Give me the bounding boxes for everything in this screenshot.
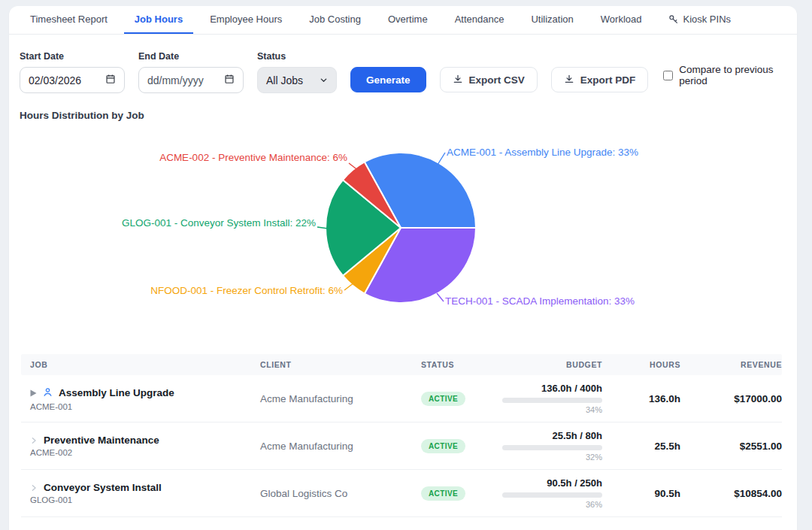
budget-cell: 25.5h / 80h 32%: [502, 430, 602, 462]
start-date-field: Start Date 02/03/2026: [20, 51, 125, 93]
client-name: Acme Manufacturing: [251, 393, 412, 404]
tab-kiosk-pins[interactable]: Kiosk PINs: [658, 6, 741, 34]
tab-label: Utilization: [531, 14, 573, 25]
filters-row: Start Date 02/03/2026 End Date dd/mm/yyy…: [9, 35, 797, 93]
status-cell: ACTIVE: [412, 486, 502, 501]
tab-job-hours[interactable]: Job Hours: [124, 6, 193, 34]
tab-label: Timesheet Report: [30, 14, 108, 25]
client-name: Acme Manufacturing: [251, 441, 412, 452]
end-date-field: End Date dd/mm/yyyy: [138, 51, 244, 93]
export-csv-label: Export CSV: [469, 74, 525, 86]
tab-label: Attendance: [455, 14, 504, 25]
chart-title: Hours Distribution by Job: [9, 93, 797, 121]
callout-label-nfood-001: NFOOD-001 - Freezer Control Retrofit: 6%: [150, 285, 343, 296]
job-code: ACME-002: [30, 448, 251, 457]
header-hours: HOURS: [602, 360, 680, 369]
tab-timesheet-report[interactable]: Timesheet Report: [20, 6, 118, 34]
budget-cell: 136.0h / 400h 34%: [502, 383, 602, 414]
budget-cell: 90.5h / 250h 36%: [502, 477, 602, 509]
start-date-value: 02/03/2026: [29, 74, 81, 86]
generate-label: Generate: [366, 74, 411, 86]
client-name: Global Logistics Co: [251, 488, 412, 499]
status-badge: ACTIVE: [421, 486, 465, 501]
header-client: CLIENT: [251, 360, 412, 369]
jobs-table-header: JOB CLIENT STATUS BUDGET HOURS REVENUE: [21, 354, 782, 375]
tab-label: Kiosk PINs: [683, 14, 731, 25]
header-budget: BUDGET: [502, 360, 602, 369]
budget-progress-bar: [502, 492, 602, 498]
chevron-right-icon[interactable]: [30, 484, 38, 492]
tab-label: Workload: [601, 14, 642, 25]
compare-previous-period: Compare to previous period: [663, 64, 786, 86]
header-status: STATUS: [412, 360, 502, 369]
callout-label-glog-001: GLOG-001 - Conveyor System Install: 22%: [122, 217, 316, 229]
status-field: Status All Jobs: [257, 51, 337, 93]
report-tabbar: Timesheet Report Job Hours Employee Hour…: [9, 6, 797, 35]
tab-workload[interactable]: Workload: [590, 6, 653, 34]
job-cell: Conveyor System Install GLOG-001: [21, 482, 251, 504]
tab-label: Overtime: [388, 14, 428, 25]
revenue-value: $10854.00: [680, 488, 782, 499]
tab-attendance[interactable]: Attendance: [444, 6, 515, 34]
compare-label[interactable]: Compare to previous period: [679, 64, 786, 86]
budget-percent: 32%: [586, 453, 602, 462]
expand-triangle-icon[interactable]: [30, 389, 37, 397]
job-name: Assembly Line Upgrade: [59, 387, 174, 398]
callout-label-acme-002: ACME-002 - Preventive Maintenance: 6%: [159, 152, 347, 163]
table-row-acme-002[interactable]: Preventive Maintenance ACME-002 Acme Man…: [21, 422, 782, 470]
jobs-table: JOB CLIENT STATUS BUDGET HOURS REVENUE A…: [21, 354, 782, 517]
hours-value: 136.0h: [602, 393, 680, 404]
calendar-icon[interactable]: [224, 74, 235, 86]
status-label: Status: [257, 51, 337, 62]
callout-label-tech-001: TECH-001 - SCADA Implementation: 33%: [445, 295, 635, 307]
export-csv-button[interactable]: Export CSV: [440, 67, 538, 92]
status-cell: ACTIVE: [412, 391, 502, 406]
job-code: ACME-001: [30, 402, 251, 411]
status-cell: ACTIVE: [412, 438, 502, 453]
generate-button[interactable]: Generate: [350, 67, 426, 92]
tab-overtime[interactable]: Overtime: [377, 6, 438, 34]
revenue-value: $2551.00: [680, 441, 782, 452]
budget-progress-bar: [502, 445, 602, 450]
end-date-label: End Date: [138, 51, 244, 62]
tab-job-costing[interactable]: Job Costing: [298, 6, 371, 34]
callout-line-tech-001: [437, 293, 444, 301]
job-code: GLOG-001: [30, 495, 251, 504]
chevron-down-icon: [320, 74, 328, 86]
download-icon: [453, 74, 463, 86]
budget-text: 25.5h / 80h: [553, 430, 602, 441]
status-badge: ACTIVE: [421, 439, 465, 453]
start-date-input[interactable]: 02/03/2026: [20, 67, 125, 93]
budget-text: 136.0h / 400h: [541, 383, 602, 394]
export-pdf-button[interactable]: Export PDF: [551, 67, 649, 92]
download-icon: [564, 74, 574, 86]
job-cell: Preventive Maintenance ACME-002: [21, 435, 251, 457]
person-icon: [43, 386, 53, 400]
table-row-glog-001[interactable]: Conveyor System Install GLOG-001 Global …: [21, 470, 782, 517]
tab-utilization[interactable]: Utilization: [520, 6, 583, 34]
status-badge: ACTIVE: [421, 392, 465, 406]
revenue-value: $17000.00: [680, 393, 782, 404]
header-job: JOB: [21, 360, 251, 369]
status-select[interactable]: All Jobs: [257, 67, 337, 93]
tab-employee-hours[interactable]: Employee Hours: [199, 6, 292, 34]
report-card: Timesheet Report Job Hours Employee Hour…: [9, 6, 797, 530]
start-date-label: Start Date: [20, 51, 125, 62]
table-row-acme-001[interactable]: Assembly Line Upgrade ACME-001 Acme Manu…: [21, 375, 782, 422]
pie-chart-svg: ACME-001 - Assembly Line Upgrade: 33% AC…: [9, 123, 797, 348]
compare-checkbox[interactable]: [663, 70, 673, 81]
calendar-icon[interactable]: [105, 74, 116, 86]
budget-percent: 34%: [586, 405, 602, 414]
chevron-right-icon[interactable]: [30, 437, 38, 444]
hours-distribution-pie-chart: ACME-001 - Assembly Line Upgrade: 33% AC…: [9, 123, 797, 348]
budget-text: 90.5h / 250h: [547, 477, 602, 489]
job-name: Conveyor System Install: [44, 482, 162, 493]
tab-label: Employee Hours: [210, 14, 282, 25]
hours-value: 25.5h: [602, 441, 680, 452]
job-name: Preventive Maintenance: [44, 435, 159, 446]
status-value: All Jobs: [266, 74, 303, 86]
end-date-input[interactable]: dd/mm/yyyy: [138, 67, 244, 93]
export-pdf-label: Export PDF: [580, 74, 636, 86]
key-icon: [668, 14, 678, 24]
header-revenue: REVENUE: [680, 360, 782, 369]
